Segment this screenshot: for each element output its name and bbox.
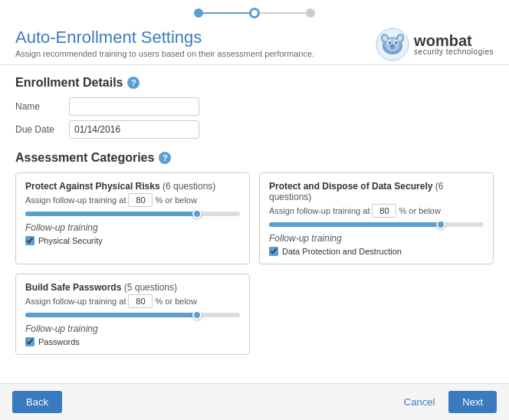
card2-checkbox[interactable] [269, 247, 278, 256]
enrollment-details-section: Enrollment Details ? Name Due Date [15, 76, 494, 139]
card2-slider[interactable] [269, 222, 484, 227]
progress-step-3 [306, 8, 315, 18]
card3-assign-text: Assign follow-up training at % or below [25, 294, 240, 308]
category-card-physical-risks: Protect Against Physical Risks (6 questi… [15, 172, 250, 264]
card3-title: Build Safe Passwords (5 questions) [25, 282, 240, 293]
svg-point-12 [390, 44, 395, 48]
page-title: Auto-Enrollment Settings [15, 28, 314, 48]
next-button[interactable]: Next [448, 391, 497, 413]
bottom-bar: Back Cancel Next [0, 383, 509, 420]
categories-grid: Protect Against Physical Risks (6 questi… [15, 172, 494, 355]
card1-followup-label: Follow-up training [25, 222, 240, 233]
card2-title: Protect and Dispose of Data Securely (6 … [269, 181, 484, 202]
logo-text: wombat security technologies [414, 33, 494, 56]
logo-brand-sub: security technologies [414, 48, 494, 56]
due-date-input[interactable] [69, 120, 199, 139]
assessment-help-icon[interactable]: ? [159, 152, 171, 164]
progress-line-2 [260, 12, 306, 14]
enrollment-help-icon[interactable]: ? [127, 77, 140, 89]
due-date-row: Due Date [15, 120, 494, 139]
card3-slider[interactable] [25, 313, 240, 317]
card3-checkbox-row: Passwords [25, 337, 240, 346]
card1-assign-text: Assign follow-up training at % or below [25, 193, 240, 207]
card2-assign-text: Assign follow-up training at % or below [269, 204, 484, 218]
main-content: Enrollment Details ? Name Due Date Asses… [0, 65, 509, 366]
page-subtitle: Assign recommended training to users bas… [15, 49, 314, 58]
header-text: Auto-Enrollment Settings Assign recommen… [15, 28, 314, 58]
name-label: Name [15, 101, 69, 112]
card2-pct-input[interactable] [372, 204, 396, 218]
logo-area: wombat security technologies [376, 28, 494, 61]
progress-step-1 [194, 8, 203, 18]
card3-pct-input[interactable] [128, 294, 153, 308]
assessment-section: Assessment Categories ? Protect Against … [15, 151, 494, 355]
svg-point-11 [395, 41, 397, 44]
right-buttons: Cancel Next [396, 391, 497, 413]
card1-checkbox-row: Physical Security [25, 236, 240, 245]
logo-brand-name: wombat [414, 33, 494, 48]
name-input[interactable] [69, 97, 199, 116]
category-card-passwords: Build Safe Passwords (5 questions) Assig… [15, 274, 250, 355]
due-date-label: Due Date [15, 124, 69, 135]
cancel-button[interactable]: Cancel [396, 391, 442, 413]
card3-followup-label: Follow-up training [25, 323, 240, 334]
page-header: Auto-Enrollment Settings Assign recommen… [0, 23, 509, 65]
card1-slider[interactable] [25, 212, 240, 216]
enrollment-section-title: Enrollment Details ? [15, 76, 494, 90]
card3-checkbox[interactable] [25, 337, 34, 346]
assessment-section-title: Assessment Categories ? [15, 151, 494, 165]
progress-step-2 [249, 8, 260, 18]
category-card-data-securely: Protect and Dispose of Data Securely (6 … [259, 172, 494, 264]
card1-title: Protect Against Physical Risks (6 questi… [25, 181, 240, 192]
card2-followup-label: Follow-up training [269, 233, 484, 244]
progress-bar [0, 0, 509, 23]
progress-line-1 [203, 12, 249, 14]
card1-checkbox[interactable] [25, 236, 34, 245]
back-button[interactable]: Back [12, 391, 62, 413]
wombat-logo-icon [376, 28, 409, 61]
card2-checkbox-row: Data Protection and Destruction [269, 247, 484, 256]
card1-pct-input[interactable] [128, 193, 153, 207]
name-row: Name [15, 97, 494, 116]
svg-point-10 [389, 41, 391, 44]
